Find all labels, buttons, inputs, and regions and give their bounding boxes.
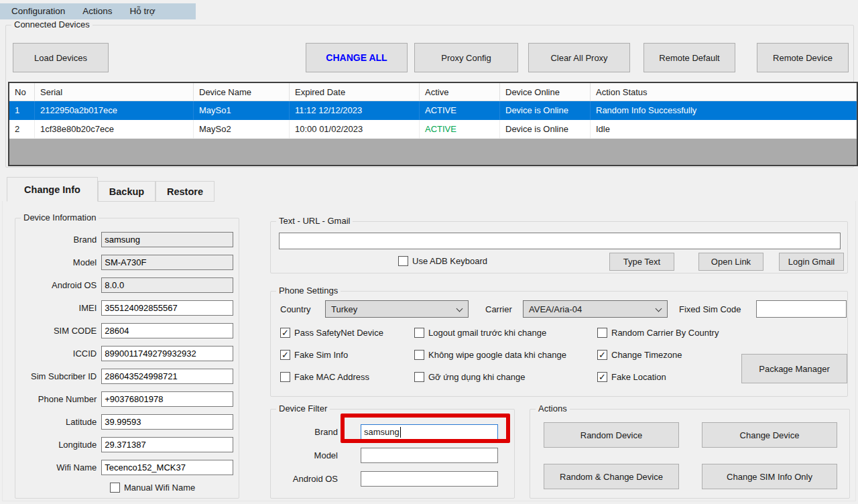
filter-model-input[interactable] [361,448,498,463]
change-timezone-checkbox[interactable]: Change Timezone [597,350,719,360]
wifi-name-label: Wifi Name [21,462,97,472]
wifi-name-input[interactable] [101,460,233,475]
tab-restore[interactable]: Restore [156,181,214,202]
column-header-action-status[interactable]: Action Status [591,83,857,101]
open-link-button[interactable]: Open Link [698,253,763,271]
latitude-input[interactable] [101,414,233,430]
load-devices-button[interactable]: Load Devices [13,43,109,72]
checkbox-column-3: Random Carrier By Country Change Timezon… [597,328,719,382]
checkbox[interactable] [414,350,424,360]
checkbox[interactable] [414,328,424,338]
go-ung-dung-label: Gỡ ứng dụng khi change [428,372,525,382]
checkbox[interactable] [280,372,290,382]
actions-group: Actions Random Device Change Device Rand… [530,409,850,499]
change-all-button[interactable]: CHANGE ALL [306,43,408,72]
fake-sim-info-checkbox[interactable]: Fake Sim Info [280,350,383,360]
sim-code-label: SIM CODE [21,326,97,336]
checkbox[interactable] [414,372,424,382]
sim-code-input[interactable] [101,323,233,338]
sim-subscriber-id-input[interactable] [101,369,233,384]
checkbox[interactable] [597,372,607,382]
cell-no: 2 [9,120,35,139]
login-gmail-button[interactable]: Login Gmail [779,253,844,271]
carrier-dropdown[interactable]: AVEA/Aria-04 [523,300,668,318]
iccid-input[interactable] [101,346,233,361]
android-os-input[interactable] [101,277,233,293]
column-header-serial[interactable]: Serial [35,83,194,101]
logout-gmail-checkbox[interactable]: Logout gmail trước khi change [414,328,566,338]
longitude-label: Longitude [21,440,97,450]
column-header-device-online[interactable]: Device Online [500,83,591,101]
fixed-sim-code-input[interactable] [756,300,847,318]
country-dropdown[interactable]: Turkey [325,300,469,318]
filter-android-os-input[interactable] [361,471,498,487]
cell-action-status: Random Info Successfully [591,101,857,120]
field-row-android-os: Android OS [21,277,233,293]
android-os-label: Android OS [21,280,97,290]
menu-ho-tro[interactable]: Hỗ trợ [121,3,164,19]
country-value: Turkey [331,304,357,314]
longitude-input[interactable] [101,437,233,452]
random-carrier-label: Random Carrier By Country [611,328,719,338]
menu-configuration[interactable]: Configuration [3,3,74,19]
clear-all-proxy-button[interactable]: Clear All Proxy [528,43,630,72]
khong-wipe-google-data-checkbox[interactable]: Không wipe google data khi change [414,350,566,360]
use-adb-keyboard-checkbox[interactable]: Use ADB Keyboard [398,256,487,266]
device-information-group: Device Information Brand Model Android O… [15,218,239,499]
table-row-1[interactable]: 1 2122950a2b017ece MaySo1 11:12 12/12/20… [9,101,857,120]
checkbox[interactable] [597,350,607,360]
table-row-2[interactable]: 2 1cf38e80b20c7ece MaySo2 10:00 01/02/20… [9,120,857,139]
checkbox[interactable] [398,256,408,266]
menu-actions[interactable]: Actions [74,3,121,19]
change-device-button[interactable]: Change Device [702,422,837,448]
column-header-active[interactable]: Active [420,83,500,101]
manual-wifi-name-checkbox[interactable]: Manual Wifi Name [110,483,233,493]
checkbox[interactable] [597,328,607,338]
random-device-button[interactable]: Random Device [544,422,679,448]
cell-device-online: Device is Online [500,101,591,120]
proxy-config-button[interactable]: Proxy Config [414,43,518,72]
table-empty-area [9,139,857,165]
column-header-expired-date[interactable]: Expired Date [290,83,420,101]
brand-input[interactable] [101,232,233,247]
remote-device-button[interactable]: Remote Device [757,43,849,72]
go-ung-dung-checkbox[interactable]: Gỡ ứng dụng khi change [414,372,566,382]
random-and-change-device-button[interactable]: Random & Change Device [544,464,679,489]
field-row-model: Model [21,255,233,270]
phone-number-input[interactable] [101,391,233,407]
change-timezone-label: Change Timezone [611,350,682,360]
checkbox[interactable] [280,350,290,360]
pass-safetynet-checkbox[interactable]: Pass SafetyNet Device [280,328,383,338]
cell-expired-date: 11:12 12/12/2023 [290,101,420,120]
type-text-button[interactable]: Type Text [609,253,674,271]
model-input[interactable] [101,255,233,270]
pass-safetynet-label: Pass SafetyNet Device [294,328,383,338]
column-header-no[interactable]: No [9,83,35,101]
fake-location-checkbox[interactable]: Fake Location [597,372,719,382]
column-header-device-name[interactable]: Device Name [194,83,290,101]
tab-change-info[interactable]: Change Info [7,177,98,202]
text-url-gmail-title: Text - URL - Gmail [276,216,353,226]
checkbox[interactable] [280,328,290,338]
checkbox-column-1: Pass SafetyNet Device Fake Sim Info Fake… [280,328,383,382]
field-row-latitude: Latitude [21,414,233,430]
devices-table: No Serial Device Name Expired Date Activ… [8,82,858,166]
checkbox[interactable] [110,483,120,493]
filter-brand-label: Brand [278,427,338,437]
remote-default-button[interactable]: Remote Default [644,43,735,72]
field-row-sim-subscriber-id: Sim Subcriber ID [21,369,233,384]
imei-input[interactable] [101,300,233,316]
change-sim-info-only-button[interactable]: Change SIM Info Only [702,464,837,489]
package-manager-button[interactable]: Package Manager [741,354,847,383]
random-carrier-checkbox[interactable]: Random Carrier By Country [597,328,719,338]
model-label: Model [21,257,97,267]
filter-android-os-label: Android OS [278,474,338,484]
cell-expired-date: 10:00 01/02/2023 [290,120,420,139]
actions-title: Actions [536,403,570,414]
fake-mac-address-checkbox[interactable]: Fake MAC Address [280,372,383,382]
text-cursor [400,427,401,438]
text-url-input[interactable] [279,233,841,249]
tab-backup[interactable]: Backup [98,181,156,202]
cell-serial: 1cf38e80b20c7ece [35,120,194,139]
filter-brand-input[interactable]: samsung [361,424,498,440]
